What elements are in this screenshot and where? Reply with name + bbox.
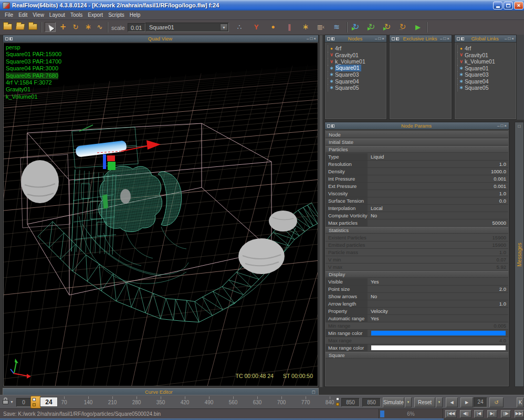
- menu-view[interactable]: View: [30, 12, 47, 18]
- close-button[interactable]: ×: [514, 2, 523, 9]
- param-value-compute-vorticity[interactable]: No: [368, 212, 508, 219]
- panel-minimize-icon[interactable]: –: [505, 36, 507, 41]
- panel-close-icon[interactable]: ×: [511, 36, 514, 41]
- next-key-button[interactable]: ||▶: [501, 410, 511, 418]
- panel-split-icon[interactable]: [461, 37, 464, 40]
- dropdown-arrow-icon[interactable]: ▼: [220, 24, 228, 31]
- panel-dock-icon[interactable]: [5, 37, 8, 40]
- step-back-button[interactable]: ◀: [446, 397, 458, 407]
- viewport-3d[interactable]: perspSquare01 PAR:15900Square03 PAR:1470…: [4, 43, 318, 386]
- nodes-panel-titlebar[interactable]: Nodes –□×: [325, 35, 386, 43]
- param-value-resolution[interactable]: 1.0: [368, 161, 508, 167]
- rotate-tool-icon[interactable]: ↻: [70, 22, 81, 32]
- node-item-square03[interactable]: Square03: [457, 71, 516, 78]
- node-item-4rf[interactable]: 4rf: [328, 45, 386, 52]
- param-value-int-pressure[interactable]: 0.001: [368, 175, 508, 182]
- param-section-display[interactable]: Display: [326, 271, 508, 278]
- end-marker-icon[interactable]: [336, 397, 339, 401]
- node-item-square01[interactable]: Square01: [328, 65, 386, 72]
- simulate-dropdown-icon[interactable]: ▼: [405, 397, 412, 407]
- panel-close-icon[interactable]: ×: [382, 36, 384, 41]
- node-item-square04[interactable]: Square04: [328, 78, 386, 85]
- param-value-surface-tension[interactable]: 0.0: [368, 197, 508, 204]
- messages-dock-icon[interactable]: □: [515, 124, 523, 129]
- panel-split-icon[interactable]: [331, 37, 334, 40]
- param-value-type[interactable]: Liquid: [368, 153, 508, 160]
- current-frame-marker[interactable]: [30, 396, 41, 408]
- end-marker2-icon[interactable]: [336, 403, 339, 406]
- reset-simulation-icon[interactable]: ↻…: [397, 22, 408, 32]
- sim-end-input[interactable]: 850: [362, 398, 381, 407]
- panel-maximize-icon[interactable]: □: [508, 36, 510, 41]
- messages-tab[interactable]: □ Messages: [515, 122, 524, 387]
- param-value-v-max[interactable]: 5.92: [368, 264, 508, 270]
- panel-maximize-icon[interactable]: □: [443, 36, 446, 41]
- curve-tool-icon[interactable]: ∿: [95, 22, 105, 32]
- param-value-density[interactable]: 1000.0: [368, 168, 508, 175]
- range-end-input[interactable]: 850: [341, 398, 360, 407]
- menu-export[interactable]: Export: [85, 12, 106, 18]
- viewport-titlebar[interactable]: Quad View –□×: [3, 35, 318, 43]
- panel-minimize-icon[interactable]: –: [375, 36, 377, 41]
- keyframe-button[interactable]: K: [517, 397, 524, 407]
- viewport-minimize-icon[interactable]: –: [307, 36, 309, 41]
- goto-end-button[interactable]: ▶▶|: [515, 410, 524, 418]
- color-swatch[interactable]: [371, 345, 506, 350]
- curve-editor-expand-icon[interactable]: □: [312, 390, 315, 395]
- param-value-show-arrows[interactable]: No: [368, 293, 508, 300]
- run-simulation-icon[interactable]: ↻▶: [366, 22, 377, 32]
- panel-dock-icon[interactable]: [327, 37, 330, 40]
- node-item-square05[interactable]: Square05: [457, 85, 516, 91]
- move-tool-icon[interactable]: +: [58, 22, 68, 32]
- node-item-square03[interactable]: Square03: [328, 71, 386, 78]
- panel-close-icon[interactable]: ×: [504, 123, 507, 128]
- param-section-square[interactable]: Square: [326, 352, 508, 359]
- simulate-button[interactable]: Simulate: [383, 397, 404, 407]
- param-value-emitted-particles[interactable]: 15900: [368, 242, 508, 248]
- param-value-interpolation[interactable]: Local: [368, 205, 508, 212]
- panel-maximize-icon[interactable]: □: [500, 123, 503, 128]
- panel-split-icon[interactable]: [331, 124, 334, 128]
- param-section-statistics[interactable]: Statistics: [326, 227, 508, 234]
- node-params-titlebar[interactable]: Node Params –□×: [325, 122, 509, 130]
- param-value-max-range-color[interactable]: [368, 344, 508, 351]
- lock-dropdown-icon[interactable]: ▼: [10, 400, 14, 404]
- waves-icon[interactable]: ≋: [331, 22, 342, 32]
- restore-button[interactable]: [504, 2, 513, 9]
- node-item-square04[interactable]: Square04: [457, 78, 516, 85]
- mesh-icon[interactable]: ▥‹: [316, 22, 326, 32]
- param-value-visible[interactable]: Yes: [368, 278, 508, 285]
- scale-tool-icon[interactable]: ∗: [83, 22, 93, 32]
- node-item-4rf[interactable]: 4rf: [457, 45, 516, 52]
- panel-maximize-icon[interactable]: □: [378, 36, 381, 41]
- param-value-automatic-range[interactable]: Yes: [368, 315, 508, 322]
- menu-help[interactable]: Help: [127, 12, 143, 18]
- menu-scripts[interactable]: Scripts: [106, 12, 127, 18]
- panel-split-icon[interactable]: [9, 37, 13, 40]
- save-scene-icon[interactable]: [27, 22, 38, 32]
- param-section-initial-state[interactable]: Initial State: [326, 139, 508, 145]
- panel-minimize-icon[interactable]: –: [440, 36, 442, 41]
- reset-dropdown-icon[interactable]: ▼: [436, 397, 443, 407]
- panel-dock-icon[interactable]: [457, 37, 460, 40]
- emitter-icon[interactable]: ●: [268, 22, 278, 32]
- prev-key-button[interactable]: ◀||: [460, 410, 471, 418]
- panel-minimize-icon[interactable]: –: [497, 123, 499, 128]
- viewport-scrollbar-gutter[interactable]: [319, 35, 323, 387]
- param-value-particle-mass[interactable]: 1.0: [368, 249, 508, 256]
- open-scene-icon[interactable]: [15, 22, 25, 32]
- menu-tools[interactable]: Tools: [68, 12, 85, 18]
- param-value-v-min[interactable]: 0.07: [368, 256, 508, 263]
- relationship-tool-icon[interactable]: Y: [251, 22, 261, 32]
- node-selector-dropdown[interactable]: Square01▼: [145, 23, 229, 32]
- param-value-arrow-length[interactable]: 1.0: [368, 300, 508, 307]
- panel-split-icon[interactable]: [396, 37, 399, 40]
- scale-input[interactable]: 0.01: [128, 23, 145, 32]
- param-value-max-particles[interactable]: 50000: [368, 219, 508, 226]
- panel-close-icon[interactable]: ×: [447, 36, 449, 41]
- param-value-ext-pressure[interactable]: 0.001: [368, 183, 508, 190]
- sliders-icon[interactable]: ∥: [284, 22, 295, 32]
- loop-button[interactable]: ↺: [489, 397, 504, 407]
- node-item-gravity01[interactable]: Gravity01: [457, 52, 516, 59]
- goto-start-button[interactable]: |◀◀: [445, 410, 457, 418]
